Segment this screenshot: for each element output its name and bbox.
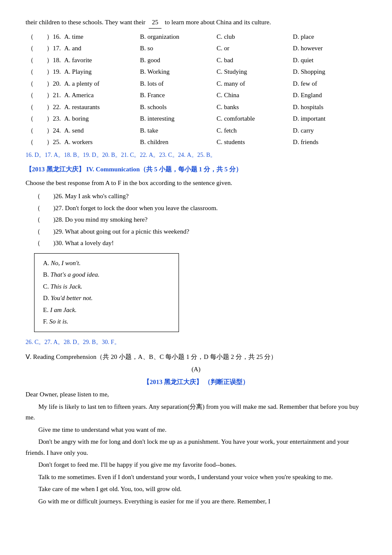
list-item: （ )28. Do you mind my smoking here? <box>34 214 366 225</box>
option-c: C. or <box>215 43 291 55</box>
option-b: B. schools <box>138 101 215 113</box>
paren-cell: （ ）24. <box>26 125 63 137</box>
option-c: C. fetch <box>215 125 291 137</box>
option-c: C. banks <box>215 101 291 113</box>
paren-cell: （ ）20. <box>26 78 63 90</box>
option-d: D. quiet <box>291 55 366 66</box>
option-letter: C. <box>43 283 49 290</box>
option-a: A. and <box>63 43 138 55</box>
passage-paragraph: Don't forget to feed me. I'll be happy i… <box>26 460 366 471</box>
passage-paragraph: Talk to me sometimes. Even if I don't un… <box>26 472 366 483</box>
box-option: F. So it is. <box>43 316 170 327</box>
mcq-answers: 16. D。17. A。18. B。19. D。20. B。21. C。22. … <box>26 150 366 160</box>
option-text: You'd better not. <box>51 295 92 301</box>
option-b: B. interesting <box>138 113 215 125</box>
paren-cell: （ ）25. <box>26 136 63 148</box>
box-option: B. That's a good idea. <box>43 269 170 280</box>
passage-paragraph: Dear Owner, please listen to me, <box>26 389 366 400</box>
option-d: D. friends <box>291 136 366 148</box>
section5-sub-label: (A) <box>26 364 366 375</box>
passage: Dear Owner, please listen to me,My life … <box>26 389 366 507</box>
option-b: B. Working <box>138 66 215 78</box>
paren-cell: （ ）17. <box>26 43 63 55</box>
option-c: C. many of <box>215 78 291 90</box>
option-letter: B. <box>43 271 49 278</box>
passage-paragraph: Go with me or difficult journeys. Everyt… <box>26 496 366 507</box>
section4-answers: 26. C。27. A。28. D。29. B。30. F。 <box>26 337 366 347</box>
table-row: （ ）21. A. America B. France C. China D. … <box>26 90 366 101</box>
table-row: （ ）24. A. send B. take C. fetch D. carry <box>26 125 366 137</box>
option-d: D. Shopping <box>291 66 366 78</box>
option-c: C. club <box>215 31 291 43</box>
intro-text-start: their children to these schools. They wa… <box>26 19 145 26</box>
box-option: E. I am Jack. <box>43 305 170 316</box>
box-option: D. You'd better not. <box>43 293 170 304</box>
option-c: C. Studying <box>215 66 291 78</box>
table-row: （ ）17. A. and B. so C. or D. however <box>26 43 366 55</box>
intro-text-end: to learn more about China and its cultur… <box>165 19 271 26</box>
option-b: B. children <box>138 136 215 148</box>
table-row: （ ）19. A. Playing B. Working C. Studying… <box>26 66 366 78</box>
option-a: A. time <box>63 31 138 43</box>
passage-paragraph: Don't be angry with me for long and don'… <box>26 436 366 458</box>
option-c: C. bad <box>215 55 291 66</box>
intro-line: their children to these schools. They wa… <box>26 17 366 29</box>
paren-cell: （ ）16. <box>26 31 63 43</box>
option-text: That's a good idea. <box>51 271 100 278</box>
option-a: A. send <box>63 125 138 137</box>
paren-cell: （ ）22. <box>26 101 63 113</box>
section5-tag-type: 【2013 黑龙江大庆】 （判断正误型） <box>26 377 366 388</box>
section4-instruction: Choose the best response from A to F in … <box>26 178 366 189</box>
box-option: C. This is Jack. <box>43 281 170 292</box>
comm-items: （ )26. May I ask who's calling?（ )27. Do… <box>26 191 366 249</box>
option-b: B. take <box>138 125 215 137</box>
table-row: （ ）23. A. boring B. interesting C. comfo… <box>26 113 366 125</box>
box-option: A. No, I won't. <box>43 258 170 269</box>
list-item: （ )30. What a lovely day! <box>34 238 366 249</box>
section5-tag: 【2013 黑龙江大庆】 <box>143 379 202 385</box>
paren-cell: （ ）23. <box>26 113 63 125</box>
option-text: I am Jack. <box>50 306 77 313</box>
option-a: A. a plenty of <box>63 78 138 90</box>
passage-paragraph: My life is likely to last ten to fifteen… <box>26 402 366 423</box>
section4-title: IV. Communication（共 5 小题，每小题 1 分，共 5 分） <box>86 166 242 173</box>
option-d: D. place <box>291 31 366 43</box>
answer-box: A. No, I won't.B. That's a good idea.C. … <box>34 253 179 332</box>
option-letter: D. <box>43 295 49 301</box>
option-b: B. lots of <box>138 78 215 90</box>
option-a: A. restaurants <box>63 101 138 113</box>
option-text: No, I won't. <box>51 260 81 266</box>
list-item: （ )29. What about going out for a picnic… <box>34 226 366 237</box>
section4-header: 【2013 黑龙江大庆】 IV. Communication（共 5 小题，每小… <box>26 164 366 175</box>
option-d: D. few of <box>291 78 366 90</box>
passage-paragraph: Take care of me when I get old. You, too… <box>26 484 366 495</box>
option-a: A. Playing <box>63 66 138 78</box>
paren-cell: （ ）19. <box>26 66 63 78</box>
list-item: （ )26. May I ask who's calling? <box>34 191 366 202</box>
section5-header: Ⅴ. Reading Comprehension（共 20 小题，A、B、C 每… <box>26 352 366 363</box>
option-letter: E. <box>43 306 49 313</box>
option-b: B. good <box>138 55 215 66</box>
passage-paragraph: Give me time to understand what you want… <box>26 425 366 436</box>
option-a: A. favorite <box>63 55 138 66</box>
option-d: D. hospitals <box>291 101 366 113</box>
option-d: D. England <box>291 90 366 101</box>
list-item: （ )27. Don't forget to lock the door whe… <box>34 203 366 214</box>
option-a: A. America <box>63 90 138 101</box>
section5-sub-type: （判断正误型） <box>204 379 249 385</box>
option-c: C. China <box>215 90 291 101</box>
table-row: （ ）22. A. restaurants B. schools C. bank… <box>26 101 366 113</box>
option-letter: A. <box>43 260 49 266</box>
option-d: D. important <box>291 113 366 125</box>
option-a: A. boring <box>63 113 138 125</box>
option-b: B. organization <box>138 31 215 43</box>
option-text: This is Jack. <box>51 283 83 290</box>
option-c: C. students <box>215 136 291 148</box>
option-text: So it is. <box>49 318 69 325</box>
table-row: （ ）25. A. workers B. children C. student… <box>26 136 366 148</box>
option-letter: F. <box>43 318 48 325</box>
blank-25: 25 <box>149 17 161 29</box>
paren-cell: （ ）18. <box>26 55 63 66</box>
option-b: B. so <box>138 43 215 55</box>
option-d: D. however <box>291 43 366 55</box>
